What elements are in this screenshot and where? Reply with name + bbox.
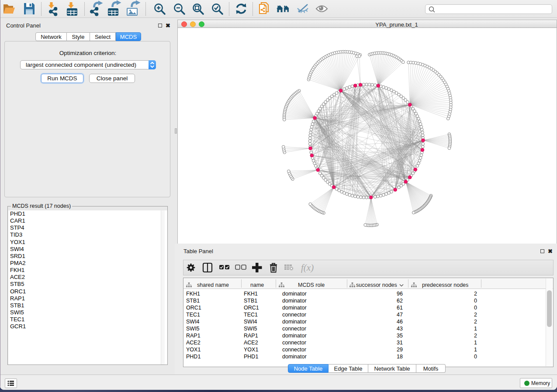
- svg-text:f(x): f(x): [301, 262, 314, 273]
